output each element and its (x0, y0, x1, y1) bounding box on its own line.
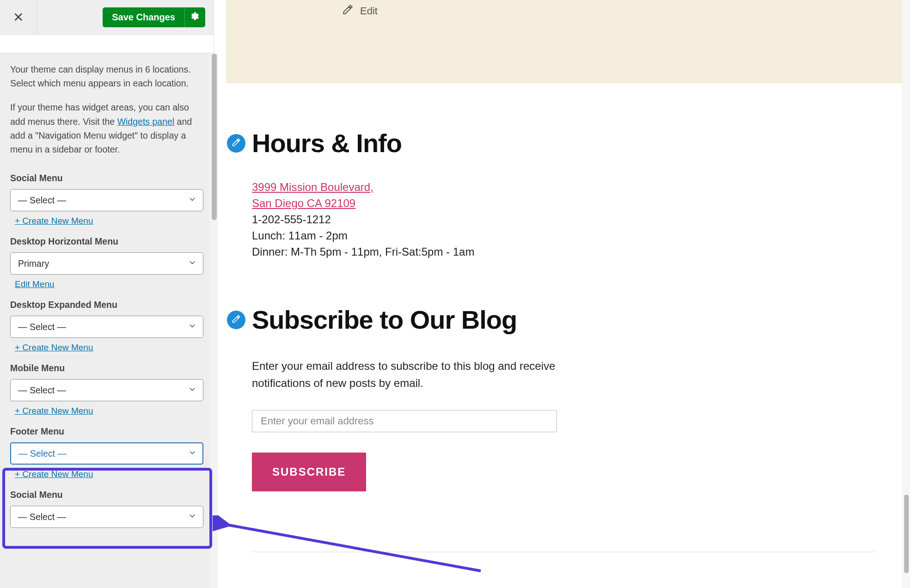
desktop-horizontal-select[interactable]: Primary (10, 252, 203, 275)
save-changes-button[interactable]: Save Changes (103, 7, 184, 27)
panel-desc-line-2: If your theme has widget areas, you can … (10, 100, 203, 156)
hero-band: Edit (226, 0, 902, 83)
edit-shortcut[interactable]: Edit (342, 0, 378, 18)
menu-location-social-2: Social Menu — Select — (0, 487, 214, 529)
menu-label: Desktop Expanded Menu (10, 300, 203, 310)
preview-scrollbar[interactable] (902, 0, 910, 588)
address-line-1[interactable]: 3999 Mission Boulevard, (252, 179, 876, 196)
menu-label: Desktop Horizontal Menu (10, 236, 203, 247)
divider (252, 551, 876, 552)
sidebar-top-bar: ✕ Save Changes (0, 0, 214, 35)
footer-content: Hours & Info 3999 Mission Boulevard, San… (226, 129, 902, 571)
menu-location-desktop-horizontal: Desktop Horizontal Menu Primary Edit Men… (0, 233, 214, 290)
menu-label: Mobile Menu (10, 363, 203, 374)
desktop-expanded-select[interactable]: — Select — (10, 316, 203, 338)
panel-desc-line-1: Your theme can display menus in 6 locati… (10, 62, 203, 90)
site-preview: Edit Hours & Info 3999 Mission Boulevard… (226, 0, 902, 588)
menu-label: Footer Menu (10, 426, 203, 437)
gear-icon (190, 12, 200, 23)
preview-pane: Edit Hours & Info 3999 Mission Boulevard… (218, 0, 924, 588)
scrollbar-thumb[interactable] (212, 54, 217, 220)
edit-icon (342, 4, 354, 18)
subscribe-section: Subscribe to Our Blog Enter your email a… (252, 306, 876, 552)
create-new-menu-link[interactable]: + Create New Menu (15, 469, 93, 479)
menu-location-social: Social Menu — Select — + Create New Menu (0, 170, 214, 227)
sidebar-scrollbar[interactable] (209, 54, 218, 588)
widgets-panel-link[interactable]: Widgets panel (117, 116, 175, 127)
save-settings-button[interactable] (184, 7, 205, 27)
create-new-menu-link[interactable]: + Create New Menu (15, 406, 93, 416)
social-menu-select[interactable]: — Select — (10, 189, 203, 211)
close-icon: ✕ (13, 10, 24, 25)
social-menu-2-select[interactable]: — Select — (10, 506, 203, 528)
menu-label: Social Menu (10, 173, 203, 184)
close-button[interactable]: ✕ (0, 0, 37, 35)
mobile-menu-select[interactable]: — Select — (10, 379, 203, 401)
phone-number: 1-202-555-1212 (252, 212, 876, 228)
panel-description: Your theme can display menus in 6 locati… (0, 53, 214, 170)
menu-location-mobile: Mobile Menu — Select — + Create New Menu (0, 360, 214, 417)
hours-title: Hours & Info (252, 129, 876, 157)
create-new-menu-link[interactable]: + Create New Menu (15, 216, 93, 226)
save-group: Save Changes (103, 7, 205, 27)
hours-info-section: Hours & Info 3999 Mission Boulevard, San… (252, 129, 876, 260)
subscribe-desc: Enter your email address to subscribe to… (252, 357, 566, 392)
dinner-hours: Dinner: M-Th 5pm - 11pm, Fri-Sat:5pm - 1… (252, 244, 876, 260)
sidebar-sub-bar (0, 35, 214, 53)
customizer-sidebar: ✕ Save Changes Your theme can display me… (0, 0, 214, 588)
address-line-2[interactable]: San Diego CA 92109 (252, 196, 876, 212)
subscribe-title: Subscribe to Our Blog (252, 306, 876, 334)
edit-shortcut-badge[interactable] (227, 311, 245, 329)
menu-location-footer: Footer Menu — Select — + Create New Menu (0, 423, 214, 480)
hours-info-body: 3999 Mission Boulevard, San Diego CA 921… (252, 179, 876, 260)
scrollbar-thumb[interactable] (904, 495, 909, 573)
subscribe-button[interactable]: SUBSCRIBE (252, 453, 366, 491)
lunch-hours: Lunch: 11am - 2pm (252, 228, 876, 244)
menu-label: Social Menu (10, 490, 203, 500)
pencil-icon (232, 138, 241, 149)
pencil-icon (232, 314, 241, 325)
email-input[interactable] (252, 410, 557, 432)
edit-shortcut-badge[interactable] (227, 134, 245, 153)
footer-menu-select[interactable]: — Select — (10, 442, 203, 465)
edit-menu-link[interactable]: Edit Menu (15, 279, 55, 289)
edit-label: Edit (360, 5, 378, 17)
menu-location-desktop-expanded: Desktop Expanded Menu — Select — + Creat… (0, 297, 214, 354)
create-new-menu-link[interactable]: + Create New Menu (15, 343, 93, 353)
